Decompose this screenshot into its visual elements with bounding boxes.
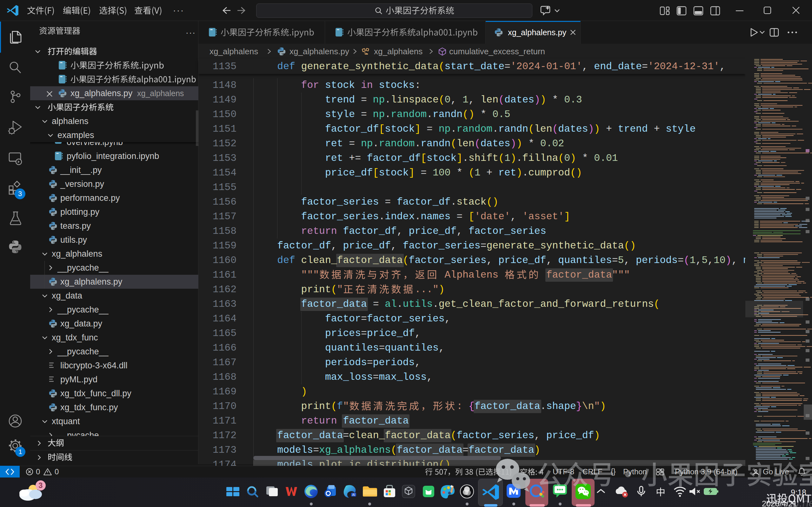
svg-text:3: 3 xyxy=(39,481,43,490)
svg-text:AI: AI xyxy=(352,493,355,497)
